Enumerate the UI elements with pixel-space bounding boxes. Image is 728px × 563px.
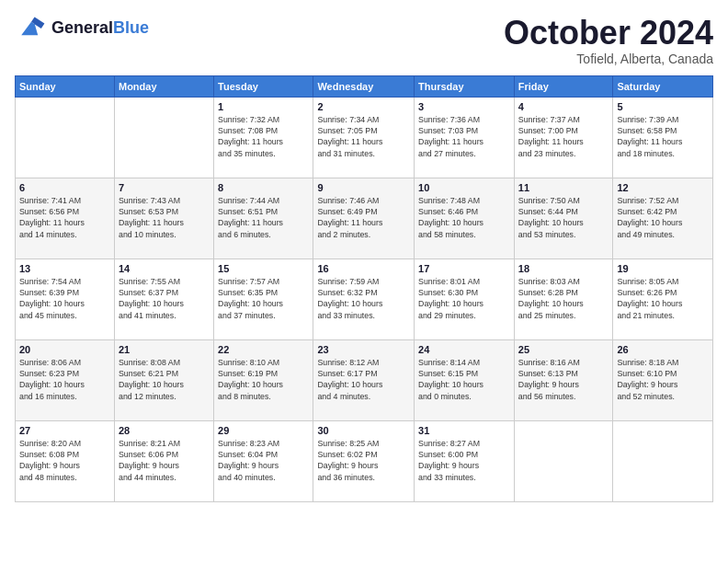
calendar-cell: 22Sunrise: 8:10 AM Sunset: 6:19 PM Dayli… — [214, 339, 313, 420]
day-number: 15 — [218, 263, 309, 274]
calendar-cell: 5Sunrise: 7:39 AM Sunset: 6:58 PM Daylig… — [613, 97, 713, 178]
day-number: 3 — [418, 101, 510, 112]
month-title: October 2024 — [504, 15, 713, 52]
col-header-sunday: Sunday — [16, 75, 115, 97]
calendar-cell: 15Sunrise: 7:57 AM Sunset: 6:35 PM Dayli… — [214, 259, 313, 339]
day-detail: Sunrise: 7:44 AM Sunset: 6:51 PM Dayligh… — [218, 195, 309, 240]
day-detail: Sunrise: 7:39 AM Sunset: 6:58 PM Dayligh… — [617, 114, 709, 159]
calendar-cell: 6Sunrise: 7:41 AM Sunset: 6:56 PM Daylig… — [16, 178, 115, 259]
day-detail: Sunrise: 7:52 AM Sunset: 6:42 PM Dayligh… — [617, 195, 709, 240]
day-number: 30 — [317, 425, 410, 436]
calendar-cell — [613, 420, 713, 501]
calendar-cell — [114, 97, 213, 178]
col-header-wednesday: Wednesday — [313, 75, 415, 97]
day-detail: Sunrise: 8:20 AM Sunset: 6:08 PM Dayligh… — [19, 438, 110, 483]
day-detail: Sunrise: 7:48 AM Sunset: 6:46 PM Dayligh… — [418, 195, 510, 240]
calendar-week-row: 20Sunrise: 8:06 AM Sunset: 6:23 PM Dayli… — [16, 339, 713, 420]
calendar-cell: 13Sunrise: 7:54 AM Sunset: 6:39 PM Dayli… — [16, 259, 115, 339]
calendar-cell: 3Sunrise: 7:36 AM Sunset: 7:03 PM Daylig… — [415, 97, 515, 178]
calendar-cell: 16Sunrise: 7:59 AM Sunset: 6:32 PM Dayli… — [313, 259, 415, 339]
day-number: 8 — [218, 182, 309, 193]
day-number: 13 — [19, 263, 110, 274]
day-detail: Sunrise: 8:08 AM Sunset: 6:21 PM Dayligh… — [119, 357, 210, 402]
calendar-cell: 12Sunrise: 7:52 AM Sunset: 6:42 PM Dayli… — [613, 178, 713, 259]
col-header-monday: Monday — [114, 75, 213, 97]
calendar-cell: 11Sunrise: 7:50 AM Sunset: 6:44 PM Dayli… — [514, 178, 613, 259]
calendar-cell: 29Sunrise: 8:23 AM Sunset: 6:04 PM Dayli… — [214, 420, 313, 501]
day-detail: Sunrise: 7:54 AM Sunset: 6:39 PM Dayligh… — [19, 276, 110, 321]
day-number: 6 — [19, 182, 110, 193]
day-detail: Sunrise: 7:55 AM Sunset: 6:37 PM Dayligh… — [119, 276, 210, 321]
day-detail: Sunrise: 7:32 AM Sunset: 7:08 PM Dayligh… — [218, 114, 309, 159]
calendar-cell: 8Sunrise: 7:44 AM Sunset: 6:51 PM Daylig… — [214, 178, 313, 259]
day-number: 21 — [119, 344, 210, 355]
day-number: 4 — [518, 101, 609, 112]
calendar-cell: 18Sunrise: 8:03 AM Sunset: 6:28 PM Dayli… — [514, 259, 613, 339]
title-block: October 2024 Tofield, Alberta, Canada — [504, 15, 713, 66]
calendar-cell: 27Sunrise: 8:20 AM Sunset: 6:08 PM Dayli… — [16, 420, 115, 501]
calendar-cell: 24Sunrise: 8:14 AM Sunset: 6:15 PM Dayli… — [415, 339, 515, 420]
day-detail: Sunrise: 8:25 AM Sunset: 6:02 PM Dayligh… — [317, 438, 410, 483]
logo-line2: Blue — [113, 18, 149, 37]
calendar-week-row: 1Sunrise: 7:32 AM Sunset: 7:08 PM Daylig… — [16, 97, 713, 178]
header: GeneralBlue October 2024 Tofield, Albert… — [15, 15, 713, 66]
day-number: 11 — [518, 182, 609, 193]
day-number: 19 — [617, 263, 709, 274]
day-number: 1 — [218, 101, 309, 112]
calendar-cell: 10Sunrise: 7:48 AM Sunset: 6:46 PM Dayli… — [415, 178, 515, 259]
location: Tofield, Alberta, Canada — [504, 52, 713, 66]
calendar-cell: 23Sunrise: 8:12 AM Sunset: 6:17 PM Dayli… — [313, 339, 415, 420]
calendar-cell: 26Sunrise: 8:18 AM Sunset: 6:10 PM Dayli… — [613, 339, 713, 420]
day-number: 26 — [617, 344, 709, 355]
day-number: 25 — [518, 344, 609, 355]
calendar-cell: 20Sunrise: 8:06 AM Sunset: 6:23 PM Dayli… — [16, 339, 115, 420]
day-detail: Sunrise: 8:05 AM Sunset: 6:26 PM Dayligh… — [617, 276, 709, 321]
calendar-cell: 30Sunrise: 8:25 AM Sunset: 6:02 PM Dayli… — [313, 420, 415, 501]
day-detail: Sunrise: 7:36 AM Sunset: 7:03 PM Dayligh… — [418, 114, 510, 159]
logo: GeneralBlue — [15, 15, 149, 42]
calendar-cell: 17Sunrise: 8:01 AM Sunset: 6:30 PM Dayli… — [415, 259, 515, 339]
col-header-friday: Friday — [514, 75, 613, 97]
col-header-saturday: Saturday — [613, 75, 713, 97]
day-number: 9 — [317, 182, 410, 193]
col-header-thursday: Thursday — [415, 75, 515, 97]
day-detail: Sunrise: 7:43 AM Sunset: 6:53 PM Dayligh… — [119, 195, 210, 240]
calendar-cell — [16, 97, 115, 178]
day-number: 20 — [19, 344, 110, 355]
calendar-cell: 19Sunrise: 8:05 AM Sunset: 6:26 PM Dayli… — [613, 259, 713, 339]
day-number: 12 — [617, 182, 709, 193]
day-number: 18 — [518, 263, 609, 274]
day-detail: Sunrise: 8:10 AM Sunset: 6:19 PM Dayligh… — [218, 357, 309, 402]
day-number: 24 — [418, 344, 510, 355]
day-detail: Sunrise: 7:46 AM Sunset: 6:49 PM Dayligh… — [317, 195, 410, 240]
page: GeneralBlue October 2024 Tofield, Albert… — [0, 0, 728, 563]
day-number: 10 — [418, 182, 510, 193]
calendar-cell — [514, 420, 613, 501]
day-detail: Sunrise: 7:34 AM Sunset: 7:05 PM Dayligh… — [317, 114, 410, 159]
day-detail: Sunrise: 7:50 AM Sunset: 6:44 PM Dayligh… — [518, 195, 609, 240]
calendar-week-row: 6Sunrise: 7:41 AM Sunset: 6:56 PM Daylig… — [16, 178, 713, 259]
day-number: 22 — [218, 344, 309, 355]
day-detail: Sunrise: 8:21 AM Sunset: 6:06 PM Dayligh… — [119, 438, 210, 483]
calendar-cell: 9Sunrise: 7:46 AM Sunset: 6:49 PM Daylig… — [313, 178, 415, 259]
day-detail: Sunrise: 8:12 AM Sunset: 6:17 PM Dayligh… — [317, 357, 410, 402]
calendar-cell: 2Sunrise: 7:34 AM Sunset: 7:05 PM Daylig… — [313, 97, 415, 178]
calendar-week-row: 13Sunrise: 7:54 AM Sunset: 6:39 PM Dayli… — [16, 259, 713, 339]
calendar-cell: 4Sunrise: 7:37 AM Sunset: 7:00 PM Daylig… — [514, 97, 613, 178]
day-number: 27 — [19, 425, 110, 436]
day-number: 31 — [418, 425, 510, 436]
day-detail: Sunrise: 8:03 AM Sunset: 6:28 PM Dayligh… — [518, 276, 609, 321]
calendar-cell: 25Sunrise: 8:16 AM Sunset: 6:13 PM Dayli… — [514, 339, 613, 420]
day-detail: Sunrise: 8:01 AM Sunset: 6:30 PM Dayligh… — [418, 276, 510, 321]
day-detail: Sunrise: 8:16 AM Sunset: 6:13 PM Dayligh… — [518, 357, 609, 402]
day-detail: Sunrise: 7:37 AM Sunset: 7:00 PM Dayligh… — [518, 114, 609, 159]
calendar-cell: 21Sunrise: 8:08 AM Sunset: 6:21 PM Dayli… — [114, 339, 213, 420]
day-detail: Sunrise: 8:23 AM Sunset: 6:04 PM Dayligh… — [218, 438, 309, 483]
day-detail: Sunrise: 7:41 AM Sunset: 6:56 PM Dayligh… — [19, 195, 110, 240]
day-number: 28 — [119, 425, 210, 436]
logo-line1: General — [51, 18, 113, 37]
calendar-week-row: 27Sunrise: 8:20 AM Sunset: 6:08 PM Dayli… — [16, 420, 713, 501]
logo-icon — [15, 15, 48, 42]
calendar-cell: 31Sunrise: 8:27 AM Sunset: 6:00 PM Dayli… — [415, 420, 515, 501]
day-detail: Sunrise: 7:59 AM Sunset: 6:32 PM Dayligh… — [317, 276, 410, 321]
